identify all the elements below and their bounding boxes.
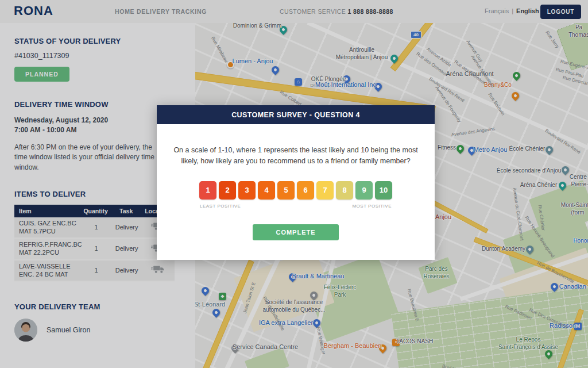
rating-button-4[interactable]: 4 — [258, 181, 275, 200]
rating-button-6[interactable]: 6 — [297, 181, 314, 200]
rating-button-2[interactable]: 2 — [219, 181, 236, 200]
complete-button[interactable]: COMPLETE — [253, 224, 338, 240]
most-positive-label: MOST POSITIVE — [352, 204, 392, 209]
least-positive-label: LEAST POSITIVE — [200, 204, 241, 209]
rating-button-5[interactable]: 5 — [277, 181, 295, 200]
rating-button-8[interactable]: 8 — [336, 181, 353, 200]
modal-title: CUSTOMER SURVEY - QUESTION 4 — [157, 105, 435, 124]
survey-question: On a scale of 1-10, where 1 represents t… — [171, 145, 420, 167]
rating-button-10[interactable]: 10 — [375, 181, 392, 200]
scale-labels: LEAST POSITIVE MOST POSITIVE — [200, 204, 392, 209]
rating-button-7[interactable]: 7 — [316, 181, 334, 200]
rating-button-3[interactable]: 3 — [238, 181, 256, 200]
rating-button-1[interactable]: 1 — [199, 181, 216, 200]
rating-button-9[interactable]: 9 — [355, 181, 373, 200]
modal-body: On a scale of 1-10, where 1 represents t… — [157, 124, 435, 260]
customer-survey-modal: CUSTOMER SURVEY - QUESTION 4 On a scale … — [157, 105, 435, 260]
rating-scale: 12345678910 — [171, 181, 421, 200]
